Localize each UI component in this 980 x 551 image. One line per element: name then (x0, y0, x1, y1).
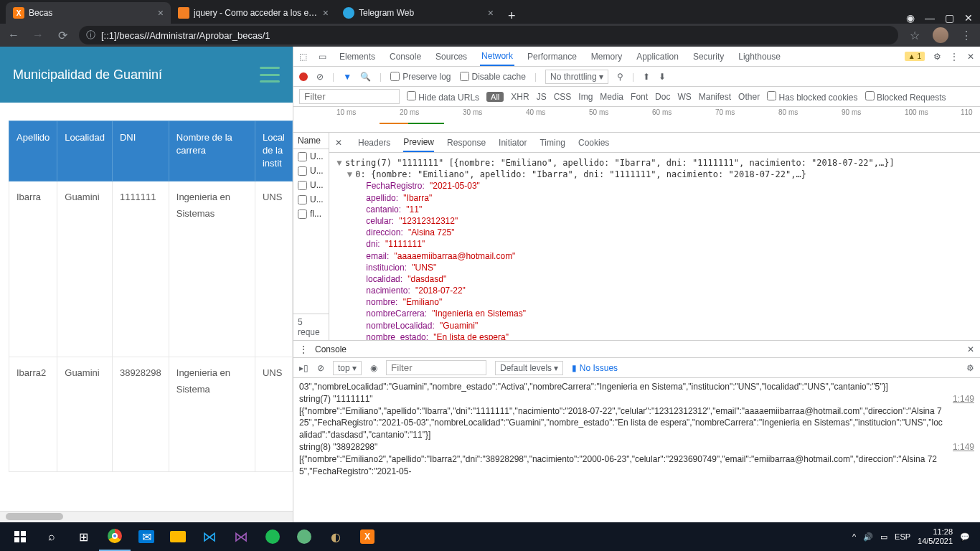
forward-icon[interactable]: → (30, 29, 46, 42)
tab-lighthouse[interactable]: Lighthouse (737, 47, 782, 66)
filter-doc[interactable]: Doc (655, 92, 670, 102)
network-icon[interactable]: ▭ (880, 532, 887, 542)
record-icon[interactable] (299, 72, 308, 81)
request-list-header[interactable]: Name (293, 133, 329, 149)
task-view-icon[interactable]: ⊞ (67, 522, 99, 551)
device-icon[interactable]: ▭ (319, 52, 326, 62)
horizontal-scrollbar[interactable] (0, 511, 293, 522)
table-row[interactable]: Ibarra Guamini 1111111 Ingenieria en Sis… (9, 181, 293, 357)
reload-icon[interactable]: ⟳ (55, 29, 70, 42)
blocked-requests-checkbox[interactable]: Blocked Requests (865, 91, 946, 103)
col-carrera[interactable]: Nombre de la carrera (169, 121, 255, 182)
tab-network[interactable]: Network (480, 47, 514, 66)
no-issues-badge[interactable]: ▮ No Issues (572, 363, 618, 373)
tab-cookies[interactable]: Cookies (578, 133, 609, 152)
hide-data-urls-checkbox[interactable]: Hide data URLs (407, 91, 479, 103)
chrome-icon[interactable] (99, 522, 131, 551)
xampp-icon[interactable]: X (352, 522, 383, 551)
mail-icon[interactable]: ✉ (131, 522, 162, 551)
browser-tab[interactable]: X Becas × (6, 2, 171, 24)
search-icon[interactable]: 🔍 (360, 72, 371, 82)
browser-tab[interactable]: Telegram Web × (336, 2, 501, 24)
more-icon[interactable]: ⋮ (299, 344, 308, 354)
tab-memory[interactable]: Memory (590, 47, 623, 66)
col-dni[interactable]: DNI (112, 121, 169, 182)
tab-sources[interactable]: Sources (434, 47, 468, 66)
filter-ws[interactable]: WS (677, 92, 691, 102)
tab-security[interactable]: Security (692, 47, 725, 66)
tab-response[interactable]: Response (447, 133, 486, 152)
eye-icon[interactable]: ◉ (370, 363, 377, 373)
chevron-up-icon[interactable]: ^ (852, 532, 856, 541)
close-window-icon[interactable]: ✕ (964, 12, 973, 24)
throttling-select[interactable]: No throttling ▾ (545, 70, 608, 84)
console-output[interactable]: 03","nombreLocalidad":"Guamini","nombre_… (293, 378, 980, 522)
atom-icon[interactable] (288, 522, 320, 551)
minimize-icon[interactable]: — (925, 12, 935, 24)
tab-elements[interactable]: Elements (338, 47, 377, 66)
console-label[interactable]: Console (315, 344, 347, 354)
tab-application[interactable]: Application (635, 47, 680, 66)
table-row[interactable]: Ibarra2 Guamini 38928298 Ingenieria en S… (9, 357, 293, 471)
hamburger-icon[interactable] (260, 67, 280, 83)
maximize-icon[interactable]: ▢ (945, 12, 954, 24)
request-item[interactable]: U... (293, 149, 329, 164)
profile-avatar[interactable] (933, 27, 948, 43)
league-icon[interactable]: ◐ (320, 522, 352, 551)
request-item[interactable]: fl... (293, 207, 329, 221)
explorer-icon[interactable] (162, 522, 194, 551)
request-item[interactable]: U... (293, 164, 329, 178)
close-icon[interactable]: × (488, 7, 494, 19)
clear-console-icon[interactable]: ⊘ (317, 363, 324, 373)
inspect-icon[interactable]: ⬚ (299, 52, 307, 62)
tab-timing[interactable]: Timing (540, 133, 565, 152)
gear-icon[interactable]: ⚙ (933, 52, 941, 62)
language-indicator[interactable]: ESP (895, 532, 910, 541)
close-detail-icon[interactable]: ✕ (335, 138, 342, 148)
tab-headers[interactable]: Headers (358, 133, 390, 152)
vscode-icon[interactable]: ⋈ (194, 522, 225, 551)
url-field[interactable]: ⓘ [::1]/becas//Administrar/Aprobar_becas… (79, 26, 898, 44)
col-institucion[interactable]: Localde lainstit (255, 121, 292, 182)
filter-js[interactable]: JS (537, 92, 547, 102)
request-item[interactable]: U... (293, 178, 329, 192)
filter-font[interactable]: Font (631, 92, 648, 102)
preview-content[interactable]: ▼string(7) "1111111" [{nombre: "Emiliano… (329, 153, 980, 340)
close-icon[interactable]: × (158, 7, 164, 19)
filter-xhr[interactable]: XHR (511, 92, 529, 102)
filter-css[interactable]: CSS (554, 92, 572, 102)
new-tab-button[interactable]: + (501, 9, 523, 24)
tab-console[interactable]: Console (388, 47, 423, 66)
tab-performance[interactable]: Performance (526, 47, 578, 66)
col-localidad[interactable]: Localidad (57, 121, 113, 182)
visual-studio-icon[interactable]: ⋈ (225, 522, 257, 551)
sidebar-toggle-icon[interactable]: ▸▯ (299, 363, 308, 373)
filter-img[interactable]: Img (578, 92, 593, 102)
download-icon[interactable]: ⬇ (659, 72, 666, 82)
filter-toggle-icon[interactable]: ▼ (343, 72, 352, 82)
network-timeline[interactable]: 10 ms 20 ms 30 ms 40 ms 50 ms 60 ms 70 m… (293, 107, 980, 133)
levels-select[interactable]: Default levels ▾ (495, 361, 563, 375)
search-icon[interactable]: ⌕ (36, 522, 67, 551)
wifi-icon[interactable]: ⚲ (617, 72, 623, 82)
star-icon[interactable]: ☆ (907, 29, 923, 42)
close-icon[interactable]: × (323, 7, 329, 19)
clock[interactable]: 11:28 14/5/2021 (918, 527, 953, 546)
preserve-log-checkbox[interactable]: Preserve log (390, 72, 451, 82)
filter-all[interactable]: All (486, 92, 504, 102)
context-select[interactable]: top ▾ (333, 361, 362, 375)
browser-tab[interactable]: jquery - Como acceder a los elem × (171, 2, 336, 24)
tab-preview[interactable]: Preview (403, 133, 434, 152)
upload-icon[interactable]: ⬆ (643, 72, 650, 82)
menu-icon[interactable]: ⋮ (958, 29, 974, 42)
more-icon[interactable]: ⋮ (950, 52, 958, 62)
notifications-icon[interactable]: 💬 (960, 532, 970, 542)
request-item[interactable]: U... (293, 192, 329, 207)
gear-icon[interactable]: ⚙ (966, 363, 974, 373)
filter-other[interactable]: Other (738, 92, 760, 102)
back-icon[interactable]: ← (6, 29, 22, 42)
account-icon[interactable]: ◉ (906, 12, 915, 24)
close-devtools-icon[interactable]: ✕ (967, 52, 974, 62)
disable-cache-checkbox[interactable]: Disable cache (460, 72, 526, 82)
start-icon[interactable] (4, 522, 36, 551)
